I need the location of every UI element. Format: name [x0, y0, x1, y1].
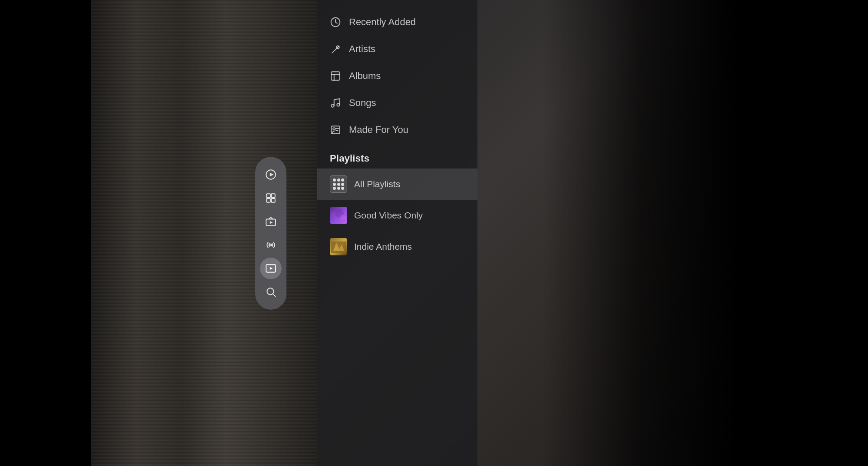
svg-rect-3 — [331, 72, 340, 80]
all-playlists-label: All Playlists — [354, 179, 400, 189]
svg-marker-23 — [270, 221, 273, 224]
sidebar-menu: Recently Added Artists Albums — [317, 0, 477, 271]
dark-left-overlay — [0, 0, 91, 466]
svg-point-6 — [331, 104, 334, 107]
sidebar-item-made-for-you-label: Made For You — [349, 124, 408, 136]
dark-right-overlay — [542, 0, 868, 466]
nav-library[interactable] — [260, 258, 282, 279]
good-vibes-only-label: Good Vibes Only — [354, 210, 423, 221]
playlist-item-indie-anthems[interactable]: Indie Anthems — [317, 231, 477, 262]
indie-anthems-thumb — [330, 238, 347, 255]
svg-point-14 — [340, 215, 346, 221]
svg-marker-17 — [270, 172, 274, 176]
microphone-icon — [330, 43, 341, 55]
sidebar-item-songs-label: Songs — [349, 97, 376, 109]
indie-anthems-label: Indie Anthems — [354, 241, 412, 252]
nav-radio[interactable] — [260, 234, 282, 256]
nav-search[interactable] — [260, 281, 282, 303]
music-note-icon — [330, 97, 341, 109]
sidebar-item-artists[interactable]: Artists — [317, 36, 477, 63]
playlist-item-good-vibes-only[interactable]: Good Vibes Only — [317, 200, 477, 231]
svg-marker-26 — [270, 267, 273, 270]
sidebar-item-albums[interactable]: Albums — [317, 63, 477, 89]
svg-line-28 — [273, 294, 276, 296]
svg-point-9 — [333, 128, 335, 130]
sidebar-item-made-for-you[interactable]: Made For You — [317, 116, 477, 143]
sidebar-item-albums-label: Albums — [349, 70, 381, 82]
nav-music-tv[interactable] — [260, 211, 282, 232]
person-icon — [330, 124, 341, 136]
all-playlists-thumb — [330, 175, 347, 193]
svg-rect-20 — [266, 198, 270, 202]
playlists-section-header: Playlists — [317, 143, 477, 169]
svg-line-1 — [332, 46, 339, 53]
nav-now-playing[interactable] — [260, 164, 282, 185]
nav-browse[interactable] — [260, 187, 282, 209]
sidebar-item-recently-added-label: Recently Added — [349, 17, 416, 28]
svg-point-7 — [337, 103, 340, 106]
sidebar-item-songs[interactable]: Songs — [317, 89, 477, 116]
album-icon — [330, 70, 341, 82]
svg-rect-19 — [271, 194, 275, 198]
clock-icon — [330, 17, 341, 28]
sidebar-item-artists-label: Artists — [349, 43, 375, 55]
playlist-item-all-playlists[interactable]: All Playlists — [317, 169, 477, 200]
nav-pill — [255, 157, 286, 310]
sidebar: Recently Added Artists Albums — [317, 0, 477, 466]
sidebar-item-recently-added[interactable]: Recently Added — [317, 9, 477, 36]
svg-point-24 — [270, 244, 272, 245]
svg-rect-21 — [271, 198, 275, 202]
good-vibes-thumb — [330, 207, 347, 224]
svg-rect-18 — [266, 194, 270, 198]
